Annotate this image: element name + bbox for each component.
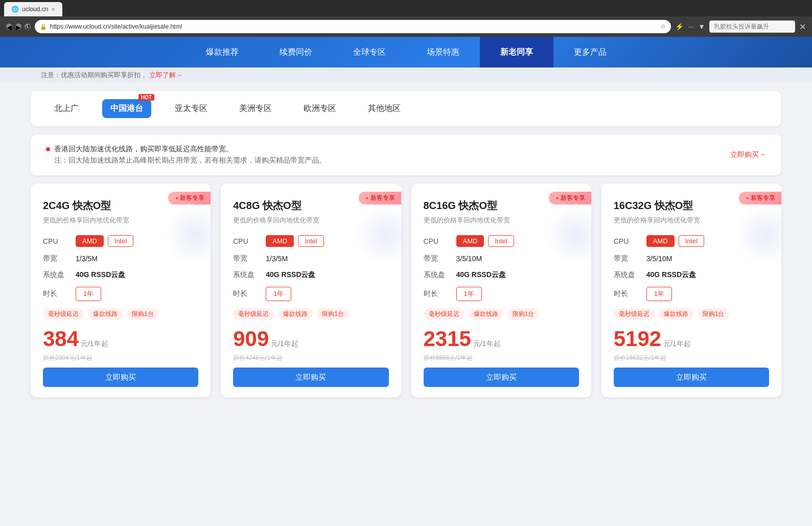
chevron-down-icon[interactable]: ▼ [698,22,705,31]
tag-0-card-3: 毫秒级延迟 [614,308,655,320]
tag-row-3: 毫秒级延迟爆款线路限购1台 [614,308,769,320]
bandwidth-value-0: 1/3/5M [76,255,98,263]
nav-item-1[interactable]: 续费同价 [259,37,333,67]
cpu-btn-intel-1[interactable]: Intel [298,235,324,247]
nav-item-5[interactable]: 更多产品 [553,37,627,67]
hot-badge-1: HOT [138,94,154,101]
info-dot-icon [46,147,50,151]
disk-label-0: 系统盘 [43,270,69,280]
duration-btn-1[interactable]: 1年 [266,287,291,301]
tab-bar: 🌐 ucloud.cn ✕ [0,0,812,16]
sub-header-link[interactable]: 立即了解→ [149,71,182,79]
browser-bar: ◀ ▶ ↺ 🔒 https://www.ucloud.cn/site/activ… [0,16,812,37]
info-line1: 香港回大陆加速优化线路，购买即享低延迟高性能带宽。 [54,145,326,154]
tab-favicon: 🌐 [11,6,19,13]
region-section: 北上广中国港台HOT亚太专区美洲专区欧洲专区其他地区 [31,91,781,126]
disk-label-2: 系统盘 [424,270,450,280]
bookmark-icon: ☆ [660,23,666,30]
disk-value-1: 40G RSSD云盘 [266,270,315,280]
nav-item-3[interactable]: 场景特惠 [406,37,480,67]
buy-btn-1[interactable]: 立即购买 [233,368,388,387]
duration-btn-0[interactable]: 1年 [76,287,101,301]
tag-0-card-1: 毫秒级延迟 [233,308,274,320]
bandwidth-row-0: 带宽1/3/5M [43,254,198,263]
info-line2: 注：回大陆加速线路禁止高峰期长期占用带宽，若有相关需求，请购买精品带宽产品。 [54,156,326,165]
cpu-btn-amd-0[interactable]: AMD [76,235,104,247]
card-desc-0: 更低的价格享回内地优化带宽 [43,216,198,225]
card-badge-2: 新客专享 [549,192,591,204]
tag-2-card-3: 限购1台 [698,308,730,320]
price-main-3: 5192 [614,327,661,351]
duration-btn-3[interactable]: 1年 [646,287,672,301]
cpu-btn-amd-3[interactable]: AMD [646,235,675,247]
main-nav: 爆款推荐续费同价全球专区场景特惠新老同享更多产品 [0,37,812,67]
region-item-4[interactable]: 欧洲专区 [295,99,344,118]
lightning-icon: ⚡ [675,22,684,31]
bandwidth-label-0: 带宽 [43,254,69,263]
region-item-0[interactable]: 北上广 [46,99,87,118]
nav-item-2[interactable]: 全球专区 [333,37,406,67]
price-row-0: 384 元/1年起 [43,328,198,350]
tag-row-1: 毫秒级延迟爆款线路限购1台 [233,308,388,320]
cpu-btn-intel-3[interactable]: Intel [679,235,705,247]
nav-item-4[interactable]: 新老同享 [480,37,553,67]
disk-label-1: 系统盘 [233,270,260,280]
cpu-row-2: CPUAMDIntel [424,235,579,247]
bandwidth-row-1: 带宽1/3/5M [233,254,388,263]
info-text: 香港回大陆加速优化线路，购买即享低延迟高性能带宽。 注：回大陆加速线路禁止高峰期… [46,145,326,165]
address-bar[interactable]: 🔒 https://www.ucloud.cn/site/active/kuai… [35,20,671,33]
info-buy-link[interactable]: 立即购买→ [730,150,766,159]
browser-search-input[interactable] [709,20,795,33]
sub-header: 注意：优惠活动期间购买即享折扣， 立即了解→ [0,67,812,83]
buy-btn-2[interactable]: 立即购买 [424,368,579,387]
browser-tab[interactable]: 🌐 ucloud.cn ✕ [4,2,62,16]
price-row-1: 909 元/1年起 [233,328,388,350]
product-card-0: 新客专享2C4G 快杰O型更低的价格享回内地优化带宽CPUAMDIntel带宽1… [31,184,211,397]
nav-refresh-btn[interactable]: ↺ [25,24,31,30]
cards-section: 新客专享2C4G 快杰O型更低的价格享回内地优化带宽CPUAMDIntel带宽1… [31,184,781,397]
buy-btn-0[interactable]: 立即购买 [43,368,198,387]
buy-btn-3[interactable]: 立即购买 [614,368,769,387]
cpu-btn-amd-1[interactable]: AMD [266,235,294,247]
nav-item-0[interactable]: 爆款推荐 [185,37,259,67]
tag-row-2: 毫秒级延迟爆款线路限购1台 [424,308,579,320]
close-icon[interactable]: ✕ [799,22,806,32]
cpu-label-3: CPU [614,237,640,245]
sub-header-text: 注意：优惠活动期间购买即享折扣， [41,71,147,79]
cpu-btn-intel-2[interactable]: Intel [488,235,514,247]
price-main-0: 384 [43,327,79,351]
browser-actions: ⚡ ··· ▼ [675,22,705,31]
product-card-2: 新客专享8C16G 快杰O型更低的价格享回内地优化带宽CPUAMDIntel带宽… [411,184,591,397]
tag-1-card-1: 爆款线路 [278,308,313,320]
nav-forward-btn[interactable]: ▶ [15,24,21,30]
cpu-btn-amd-2[interactable]: AMD [456,235,484,247]
cpu-btn-intel-0[interactable]: Intel [108,235,134,247]
cpu-row-3: CPUAMDIntel [614,235,769,247]
tag-2-card-0: 限购1台 [127,308,159,320]
duration-btn-2[interactable]: 1年 [456,287,482,301]
bandwidth-label-3: 带宽 [614,254,640,263]
disk-row-1: 系统盘40G RSSD云盘 [233,270,388,280]
duration-label-2: 时长 [424,289,450,299]
card-badge-3: 新客专享 [739,192,781,204]
tag-1-card-3: 爆款线路 [659,308,693,320]
nav-back-btn[interactable]: ◀ [6,24,12,30]
tab-close-btn[interactable]: ✕ [51,7,55,12]
region-item-5[interactable]: 其他地区 [360,99,409,118]
region-item-3[interactable]: 美洲专区 [231,99,280,118]
more-icon[interactable]: ··· [688,22,694,31]
duration-row-2: 时长1年 [424,287,579,301]
bandwidth-label-2: 带宽 [424,254,450,263]
disk-value-2: 40G RSSD云盘 [456,270,506,280]
cpu-row-0: CPUAMDIntel [43,235,198,247]
tab-title: ucloud.cn [22,6,48,13]
disk-row-2: 系统盘40G RSSD云盘 [424,270,579,280]
bandwidth-value-3: 3/5/10M [646,255,672,263]
price-unit-3: 元/1年起 [661,339,691,348]
price-unit-1: 元/1年起 [269,339,298,348]
price-original-0: 原价2304元/1年起 [43,354,198,362]
region-item-1[interactable]: 中国港台HOT [102,99,151,118]
disk-value-0: 40G RSSD云盘 [76,270,125,280]
region-item-2[interactable]: 亚太专区 [167,99,216,118]
card-desc-2: 更低的价格享回内地优化带宽 [424,216,579,225]
